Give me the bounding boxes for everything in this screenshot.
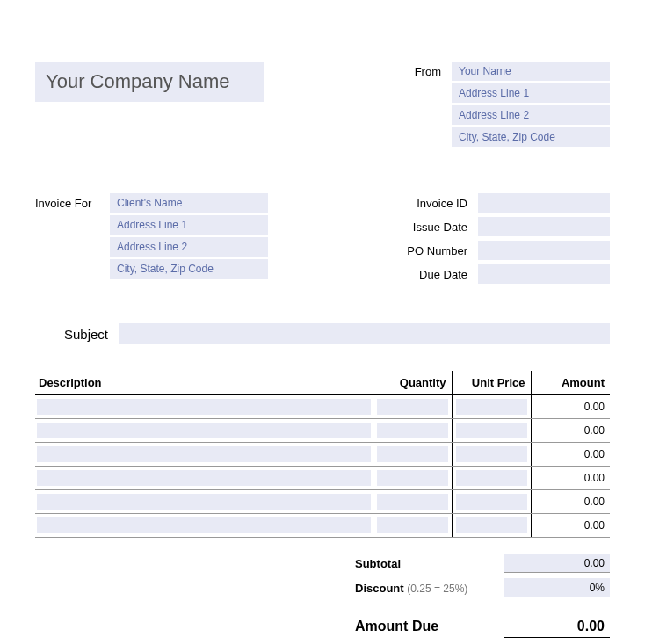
from-name-input[interactable]: Your Name xyxy=(452,62,610,81)
amount-value: 0.00 xyxy=(531,395,610,419)
po-number-input[interactable] xyxy=(478,241,610,260)
client-city-input[interactable]: City, State, Zip Code xyxy=(110,259,268,279)
col-description: Description xyxy=(35,371,373,395)
description-input[interactable] xyxy=(37,470,371,486)
from-city-input[interactable]: City, State, Zip Code xyxy=(452,127,610,147)
description-input[interactable] xyxy=(37,494,371,510)
description-input[interactable] xyxy=(37,517,371,533)
po-number-label: PO Number xyxy=(381,244,478,257)
amount-due-value: 0.00 xyxy=(504,615,610,638)
amount-value: 0.00 xyxy=(531,490,610,514)
amount-due-label: Amount Due xyxy=(355,619,504,634)
table-row: 0.00 xyxy=(35,467,610,490)
due-date-label: Due Date xyxy=(381,268,478,281)
subject-label: Subject xyxy=(35,327,119,342)
quantity-input[interactable] xyxy=(377,470,448,486)
quantity-input[interactable] xyxy=(377,494,448,510)
due-date-input[interactable] xyxy=(478,264,610,284)
unit-price-input[interactable] xyxy=(456,470,527,486)
description-input[interactable] xyxy=(37,446,371,462)
table-row: 0.00 xyxy=(35,443,610,467)
table-row: 0.00 xyxy=(35,419,610,443)
amount-value: 0.00 xyxy=(531,514,610,538)
table-row: 0.00 xyxy=(35,490,610,514)
table-row: 0.00 xyxy=(35,514,610,538)
discount-input[interactable]: 0% xyxy=(504,578,610,597)
unit-price-input[interactable] xyxy=(456,517,527,533)
subject-input[interactable] xyxy=(119,323,610,344)
amount-value: 0.00 xyxy=(531,467,610,490)
invoice-id-label: Invoice ID xyxy=(381,197,478,210)
client-addr1-input[interactable]: Address Line 1 xyxy=(110,215,268,235)
discount-label: Discount xyxy=(355,582,404,595)
company-name-input[interactable]: Your Company Name xyxy=(35,62,264,102)
from-addr2-input[interactable]: Address Line 2 xyxy=(452,105,610,125)
invoice-for-label: Invoice For xyxy=(35,193,110,210)
col-amount: Amount xyxy=(531,371,610,395)
amount-value: 0.00 xyxy=(531,443,610,467)
description-input[interactable] xyxy=(37,423,371,438)
subtotal-value: 0.00 xyxy=(504,554,610,573)
table-row: 0.00 xyxy=(35,395,610,419)
unit-price-input[interactable] xyxy=(456,423,527,438)
from-addr1-input[interactable]: Address Line 1 xyxy=(452,83,610,103)
unit-price-input[interactable] xyxy=(456,399,527,415)
unit-price-input[interactable] xyxy=(456,446,527,462)
col-unit-price: Unit Price xyxy=(452,371,531,395)
line-items-table: Description Quantity Unit Price Amount 0… xyxy=(35,371,610,538)
from-label: From xyxy=(381,62,452,78)
subtotal-label: Subtotal xyxy=(355,557,401,570)
description-input[interactable] xyxy=(37,399,371,415)
quantity-input[interactable] xyxy=(377,517,448,533)
issue-date-input[interactable] xyxy=(478,217,610,236)
client-name-input[interactable]: Client's Name xyxy=(110,193,268,213)
quantity-input[interactable] xyxy=(377,423,448,438)
col-quantity: Quantity xyxy=(373,371,452,395)
quantity-input[interactable] xyxy=(377,399,448,415)
discount-hint: (0.25 = 25%) xyxy=(407,582,467,595)
invoice-id-input[interactable] xyxy=(478,193,610,213)
client-addr2-input[interactable]: Address Line 2 xyxy=(110,237,268,257)
quantity-input[interactable] xyxy=(377,446,448,462)
amount-value: 0.00 xyxy=(531,419,610,443)
issue-date-label: Issue Date xyxy=(381,221,478,234)
unit-price-input[interactable] xyxy=(456,494,527,510)
